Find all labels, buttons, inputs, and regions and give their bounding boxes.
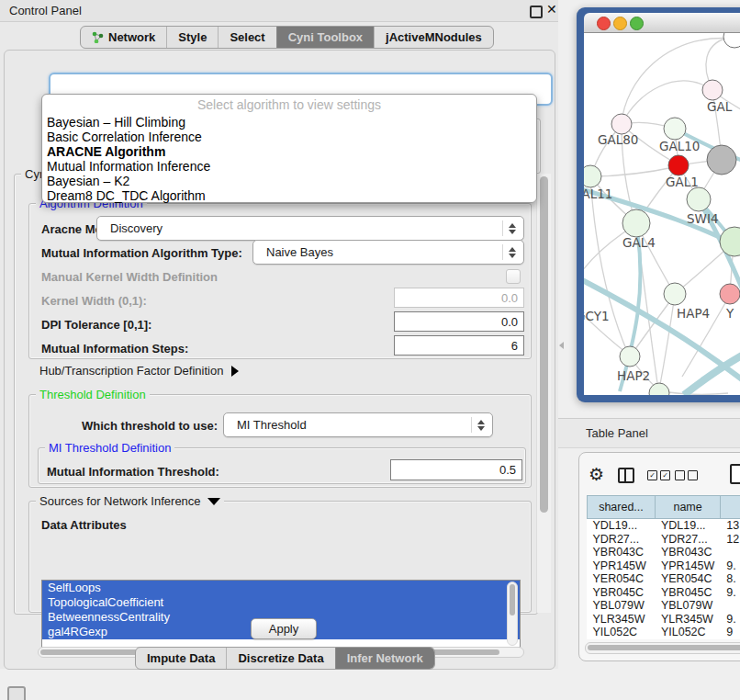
close-icon[interactable]: ✕ — [546, 2, 557, 17]
apply-button-label: Apply — [269, 622, 299, 636]
dropdown-placeholder: Select algorithm to view settings — [42, 97, 536, 112]
table-cell: YDL19... — [588, 519, 656, 533]
table-row[interactable]: YBL079WYBL079W — [588, 599, 740, 613]
gear-icon[interactable]: ⚙ — [589, 464, 604, 485]
attribute-list-item[interactable]: SelfLoops — [42, 581, 520, 595]
minimize-traffic-light-icon[interactable] — [613, 17, 627, 30]
network-node[interactable] — [723, 33, 740, 48]
network-edge[interactable] — [622, 81, 712, 123]
table-horizontal-scrollbar[interactable] — [585, 642, 740, 654]
table-cell: YBR043C — [655, 546, 720, 559]
table-panel-title: Table Panel — [586, 426, 648, 440]
network-view-window[interactable]: GALGAL80GAL10GAL1GAL11SWI4GAL4HAP4YGCY1H… — [577, 7, 740, 402]
algorithm-option[interactable]: Bayesian – K2 — [47, 174, 129, 188]
settings-scrollbar[interactable] — [536, 174, 551, 613]
table-cell: YDR27... — [588, 533, 656, 547]
tab-infer-network[interactable]: Infer Network — [335, 648, 434, 669]
network-node[interactable] — [707, 145, 736, 175]
table-row[interactable]: YIL052CYIL052C9 — [588, 626, 740, 639]
node-label: Y — [725, 306, 734, 321]
network-node-swi4[interactable] — [687, 187, 711, 211]
table-cell: YIL052C — [655, 626, 720, 639]
kernel-width-field[interactable]: 0.0 — [394, 288, 524, 308]
aracne-mode-combobox[interactable]: Discovery — [96, 216, 524, 241]
deselect-all-checkboxes-icon[interactable] — [675, 470, 698, 480]
mi-algorithm-type-label: Mutual Information Algorithm Type: — [41, 246, 242, 260]
tab-network[interactable]: Network — [81, 27, 166, 48]
column-header[interactable]: A — [721, 496, 740, 519]
manual-kernel-width-checkbox[interactable] — [506, 269, 521, 284]
which-threshold-label: Which threshold to use: — [82, 419, 218, 433]
network-node-gal1[interactable] — [668, 155, 689, 175]
network-node-hap4[interactable] — [664, 283, 686, 305]
mi-steps-field[interactable]: 6 — [394, 335, 524, 356]
column-header[interactable]: name — [655, 496, 720, 519]
network-node-y[interactable] — [720, 284, 740, 304]
network-edge[interactable] — [659, 295, 675, 390]
mi-threshold-field[interactable]: 0.5 — [390, 459, 522, 480]
tab-cyni-toolbox[interactable]: Cyni Toolbox — [276, 27, 374, 48]
network-node-gal[interactable] — [702, 80, 723, 100]
combo-updown-icon — [471, 417, 492, 434]
tab-label: Infer Network — [347, 651, 423, 665]
tab-discretize-data[interactable]: Discretize Data — [226, 648, 334, 669]
close-traffic-light-icon[interactable] — [597, 17, 611, 30]
table-cell: YDR27... — [655, 533, 720, 547]
float-panel-icon[interactable] — [530, 6, 543, 18]
table-row[interactable]: YDR27...YDR27...12 — [588, 533, 740, 547]
table-row[interactable]: YBR043CYBR043C — [588, 546, 740, 559]
algorithm-option[interactable]: Bayesian – Hill Climbing — [47, 115, 185, 130]
hub-definition-expander[interactable]: Hub/Transcription Factor Definition — [39, 364, 239, 378]
table-cell: YLR345W — [655, 613, 720, 627]
table-row[interactable]: YPR145WYPR145W9. — [588, 559, 740, 573]
node-table-container: shared...nameAYDL19...YDL19...13YDR27...… — [587, 495, 740, 640]
tab-style[interactable]: Style — [166, 27, 218, 48]
algorithm-dropdown-popup: Select algorithm to view settings Bayesi… — [41, 94, 537, 203]
algorithm-option[interactable]: ARACNE Algorithm — [47, 144, 165, 159]
network-node-hap2[interactable] — [620, 346, 640, 367]
table-cell: 9 — [721, 626, 740, 639]
table-row[interactable]: YDL19...YDL19...13 — [588, 519, 740, 533]
table-row[interactable]: YLR345WYLR345W9. — [588, 613, 740, 627]
network-node-gal11[interactable] — [584, 165, 601, 187]
tab-select[interactable]: Select — [218, 27, 275, 48]
function-builder-icon[interactable] — [730, 464, 740, 484]
network-node-gal10[interactable] — [664, 118, 686, 140]
algorithm-option[interactable]: Basic Correlation Inference — [47, 130, 202, 144]
network-node-gal4[interactable] — [622, 209, 650, 237]
dpi-tolerance-field[interactable]: 0.0 — [394, 311, 524, 332]
minimized-panel-icon[interactable] — [7, 686, 26, 700]
node-table[interactable]: shared...nameAYDL19...YDL19...13YDR27...… — [587, 495, 740, 639]
column-header[interactable]: shared... — [588, 496, 656, 519]
cyni-toolbox-panel: galFiltered.sif default node Select algo… — [4, 50, 555, 670]
control-panel-titlebar: Control Panel ✕ — [0, 0, 558, 22]
network-icon — [92, 31, 104, 43]
mi-threshold-label: Mutual Information Threshold: — [47, 465, 219, 479]
network-node[interactable] — [649, 383, 669, 395]
zoom-traffic-light-icon[interactable] — [630, 17, 644, 30]
algorithm-option[interactable]: Dream8 DC_TDC Algorithm — [47, 188, 206, 203]
tab-jactivemnodules[interactable]: jActiveMNodules — [374, 27, 493, 48]
tab-impute-data[interactable]: Impute Data — [136, 648, 226, 669]
manual-kernel-width-label: Manual Kernel Width Definition — [41, 270, 218, 284]
table-cell: 9. — [721, 613, 740, 627]
network-node-gal80[interactable] — [611, 114, 632, 134]
algorithm-option[interactable]: Mutual Information Inference — [47, 159, 210, 174]
list-vertical-scrollbar[interactable] — [507, 581, 518, 646]
table-row[interactable]: YBR045CYBR045C9. — [588, 586, 740, 600]
sources-expander[interactable]: Sources for Network Inference — [36, 494, 224, 508]
column-manager-icon[interactable] — [618, 468, 634, 483]
node-label: SWI4 — [687, 211, 719, 226]
table-row[interactable]: YER054CYER054C8. — [588, 572, 740, 586]
panel-divider-handle[interactable] — [559, 342, 564, 349]
select-all-checkboxes-icon[interactable]: ✓✓ — [647, 470, 670, 480]
tab-label: jActiveMNodules — [386, 30, 482, 44]
apply-button[interactable]: Apply — [251, 618, 317, 639]
network-canvas[interactable]: GALGAL80GAL10GAL1GAL11SWI4GAL4HAP4YGCY1H… — [584, 33, 740, 395]
kernel-width-label: Kernel Width (0,1): — [41, 294, 147, 308]
which-threshold-combobox[interactable]: MI Threshold — [223, 412, 493, 437]
mi-algorithm-type-combobox[interactable]: Naive Bayes — [252, 240, 524, 265]
attribute-list-item[interactable]: TopologicalCoefficient — [42, 595, 520, 610]
network-window-titlebar[interactable] — [584, 13, 740, 33]
bottom-tabbar: Impute DataDiscretize DataInfer Network — [135, 647, 435, 670]
